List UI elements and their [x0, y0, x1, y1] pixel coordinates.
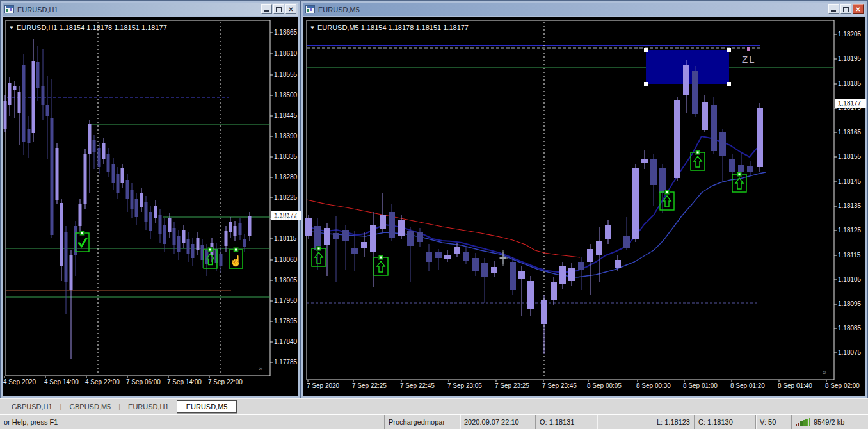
- chart-window-eurusd-m5: EURUSD,M5 ✕ ZL» ▼EURUSD,M5 1.18154 1.181…: [301, 0, 868, 398]
- chart-tab-gbpusd-m5[interactable]: GBPUSD,M5: [61, 401, 118, 412]
- price-axis-label: 1.17895: [274, 318, 297, 325]
- price-axis-label: 1.18105: [838, 276, 861, 283]
- connection-bars-icon: [796, 418, 810, 426]
- time-axis-label: 8 Sep 01:40: [778, 382, 812, 389]
- chart-tab-gbpusd-h1[interactable]: GBPUSD,H1: [4, 401, 60, 412]
- status-help: or Help, press F1: [0, 415, 384, 429]
- chart-document-icon: [305, 5, 315, 13]
- price-axis-label: 1.18610: [274, 50, 297, 57]
- price-axis-label: 1.18095: [838, 300, 861, 307]
- price-axis-label: 1.18195: [838, 55, 861, 62]
- window-title: EURUSD,M5: [318, 6, 828, 13]
- price-axis-label: 1.18135: [838, 202, 861, 209]
- ohlc-readout: EURUSD,H1 1.18154 1.18178 1.18151 1.1817…: [17, 24, 167, 31]
- price-axis-label: 1.18185: [838, 80, 861, 87]
- price-axis-label: 1.18225: [274, 194, 297, 201]
- maximize-icon: [843, 7, 849, 12]
- titlebar-right[interactable]: EURUSD,M5 ✕: [303, 3, 865, 16]
- price-axis-label: 1.18445: [274, 112, 297, 119]
- price-axis-label: 1.18555: [274, 71, 297, 78]
- price-axis-label: 1.17785: [274, 359, 297, 366]
- time-axis-label: 7 Sep 23:45: [542, 382, 577, 389]
- status-low: L: 1.18123: [597, 415, 694, 429]
- price-axis-label: 1.18005: [274, 277, 297, 284]
- time-axis-label: 7 Sep 23:05: [447, 382, 482, 389]
- price-axis-label: 1.18335: [274, 153, 297, 160]
- close-button[interactable]: ✕: [285, 4, 296, 14]
- time-axis-label: 8 Sep 00:05: [587, 382, 622, 389]
- time-axis-label: 4 Sep 14:00: [44, 378, 79, 385]
- status-datetime: 2020.09.07 22:10: [460, 415, 535, 429]
- mt4-workspace: { "colors": { "bull": "#9d8fe4", "bear":…: [0, 0, 868, 429]
- time-axis-label: 7 Sep 22:45: [400, 382, 435, 389]
- time-axis-label: 7 Sep 22:00: [208, 378, 243, 385]
- price-axis-label: 1.17840: [274, 338, 297, 345]
- price-axis-label: 1.18665: [274, 29, 297, 36]
- traffic-counter: 9549/2 kb: [814, 418, 844, 426]
- price-axis-label: 1.18175: [838, 104, 861, 111]
- ohlc-readout: EURUSD,M5 1.18154 1.18178 1.18151 1.1817…: [317, 24, 469, 31]
- price-axis-label: 1.18145: [838, 178, 861, 185]
- status-open: O: 1.18131: [535, 415, 597, 429]
- status-account[interactable]: Prochargedmopar: [384, 415, 460, 429]
- price-axis-label: 1.18115: [274, 235, 296, 242]
- maximize-button[interactable]: [273, 4, 284, 14]
- price-axis-label: 1.18390: [274, 133, 297, 140]
- time-axis-label: 7 Sep 06:00: [126, 378, 161, 385]
- chart-canvas-h1[interactable]: [3, 17, 298, 396]
- maximize-button[interactable]: [840, 4, 851, 14]
- chart-tab-bar: GBPUSD,H1|GBPUSD,M5|EURUSD,H1EURUSD,M5: [0, 398, 868, 414]
- price-axis-label: 1.18060: [274, 256, 297, 263]
- time-axis-label: 8 Sep 02:00: [825, 382, 860, 389]
- chart-tab-eurusd-h1[interactable]: EURUSD,H1: [120, 401, 177, 412]
- minimize-icon: [264, 10, 269, 12]
- price-axis-label: 1.18115: [838, 252, 860, 259]
- time-axis-label: 4 Sep 22:00: [85, 378, 120, 385]
- price-axis-label: 1.18205: [838, 31, 861, 38]
- price-axis-label: 1.18280: [274, 174, 297, 181]
- time-axis-label: 8 Sep 00:30: [636, 382, 671, 389]
- chart-header-h1[interactable]: ▼EURUSD,H1 1.18154 1.18178 1.18151 1.181…: [9, 24, 167, 31]
- time-axis-label: 7 Sep 14:00: [167, 378, 202, 385]
- minimize-icon: [831, 10, 836, 12]
- titlebar-left[interactable]: EURUSD,H1 ✕: [3, 3, 298, 16]
- status-bar: or Help, press F1 Prochargedmopar 2020.0…: [0, 414, 868, 429]
- minimize-button[interactable]: [828, 4, 839, 14]
- close-icon: ✕: [286, 5, 296, 13]
- status-volume: V: 50: [755, 415, 791, 429]
- price-axis-label: 1.18170: [274, 214, 297, 222]
- chart-window-eurusd-h1: EURUSD,H1 ✕ ☝» ▼EURUSD,H1 1.18154 1.1817…: [0, 0, 301, 398]
- price-axis-label: 1.18125: [838, 227, 861, 234]
- time-axis-label: 8 Sep 01:00: [683, 382, 718, 389]
- dropdown-triangle-icon: ▼: [9, 25, 14, 31]
- price-axis-label: 1.18085: [838, 325, 861, 332]
- status-connection[interactable]: 9549/2 kb: [791, 415, 868, 429]
- close-button[interactable]: ✕: [853, 4, 864, 14]
- price-axis-label: 1.18165: [838, 129, 861, 136]
- time-axis-label: 7 Sep 22:25: [352, 382, 387, 389]
- dropdown-triangle-icon: ▼: [310, 25, 315, 31]
- price-axis-label: 1.18155: [838, 153, 861, 160]
- window-title: EURUSD,H1: [17, 6, 261, 13]
- time-axis-label: 7 Sep 23:25: [495, 382, 529, 389]
- price-axis-label: 1.18075: [838, 349, 861, 356]
- price-axis-label: 1.17950: [274, 297, 297, 304]
- time-axis-label: 7 Sep 2020: [307, 382, 339, 389]
- status-close: C: 1.18130: [694, 415, 755, 429]
- maximize-icon: [276, 7, 282, 12]
- close-icon: ✕: [853, 5, 863, 13]
- time-axis-label: 4 Sep 2020: [3, 378, 36, 385]
- chart-header-m5[interactable]: ▼EURUSD,M5 1.18154 1.18178 1.18151 1.181…: [310, 24, 469, 31]
- price-axis-label: 1.18500: [274, 92, 297, 99]
- time-axis-label: 8 Sep 01:20: [730, 382, 765, 389]
- chart-document-icon: [4, 5, 14, 13]
- chart-canvas-m5[interactable]: [303, 17, 865, 396]
- chart-tab-eurusd-m5[interactable]: EURUSD,M5: [177, 400, 237, 413]
- minimize-button[interactable]: [261, 4, 272, 14]
